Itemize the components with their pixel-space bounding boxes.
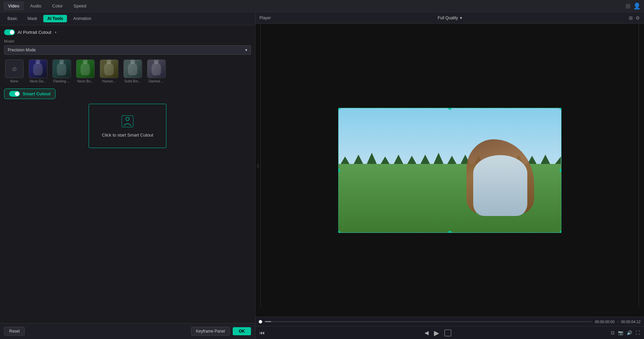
person-body	[473, 155, 527, 216]
effect-solid[interactable]: Solid Bor...	[122, 59, 143, 83]
preview-left-ruler: 768	[255, 24, 261, 307]
jump-back-button[interactable]: ⏮	[259, 330, 265, 336]
smart-cutout-box[interactable]: Click to start Smart Cutout	[89, 104, 166, 148]
player-quality-label: Full Quality	[438, 16, 458, 20]
ai-portrait-toggle[interactable]	[4, 29, 15, 35]
video-preview: 768	[255, 24, 644, 317]
effect-none[interactable]: ⊘ None	[4, 59, 24, 83]
smart-cutout-button[interactable]: Smart Cutout	[4, 89, 55, 99]
player-title: Player	[259, 16, 271, 20]
left-ruler-label: 768	[256, 163, 259, 168]
player-header: Player Full Quality ▾ ⊞ ⚙	[255, 12, 644, 24]
effect-human[interactable]: Human...	[99, 59, 119, 83]
sub-tab-animation[interactable]: Animation	[69, 15, 95, 22]
tab-color[interactable]: Color	[47, 1, 67, 10]
none-icon: ⊘	[12, 65, 17, 73]
effect-solid-label: Solid Bor...	[122, 79, 143, 83]
time-separator: /	[617, 320, 618, 324]
fullscreen-ctrl-icon[interactable]: ⛶	[636, 330, 640, 335]
player-controls: ⏮ ◀ ▶ ⊡ 📷 🔊 ⛶	[255, 326, 644, 339]
ai-portrait-label: AI Portrait Cutout	[18, 30, 51, 35]
dashed-person-shape	[152, 63, 161, 75]
player-progress-bar: 00:00:00:00 / 00:00:04:12	[255, 317, 644, 326]
progress-fill	[265, 321, 271, 322]
top-tab-bar: Video Audio Color Speed ⊞ 👤	[0, 0, 644, 12]
player-icon-group: ⊞ ⚙	[629, 15, 640, 21]
crop-ctrl-icon[interactable]: ⊡	[611, 330, 615, 335]
playhead-dot[interactable]	[259, 320, 262, 323]
solid-person-shape	[128, 63, 137, 75]
effects-grid: ⊘ None Neon Da... Flashing ...	[4, 59, 251, 83]
effect-dashed-label: Dashed ...	[146, 79, 166, 83]
sub-tab-aitools[interactable]: AI Tools	[43, 15, 67, 22]
progress-track[interactable]	[265, 321, 592, 322]
sub-tab-basic[interactable]: Basic	[3, 15, 21, 22]
ok-button[interactable]: OK	[233, 327, 251, 335]
smart-cutout-toggle	[9, 91, 20, 97]
preview-right-ruler	[639, 24, 644, 307]
bottom-right-buttons: Keyframe Panel OK	[191, 327, 251, 336]
play-button[interactable]: ▶	[434, 329, 439, 337]
svg-point-1	[126, 117, 129, 121]
smart-cutout-click-text: Click to start Smart Cutout	[102, 132, 153, 138]
step-back-button[interactable]: ◀	[424, 330, 429, 336]
quality-chevron-icon: ▾	[460, 16, 462, 20]
stop-button[interactable]	[444, 330, 451, 336]
current-time: 00:00:00:00	[595, 320, 615, 324]
total-time: 00:00:04:12	[621, 320, 641, 324]
effect-neon-dark-label: Neon Da...	[28, 79, 48, 83]
layout-icon[interactable]: ⊞	[625, 2, 630, 10]
human-person-shape	[104, 63, 114, 75]
tab-speed[interactable]: Speed	[69, 1, 91, 10]
volume-icon[interactable]: 🔊	[627, 330, 632, 335]
effect-none-label: None	[4, 79, 24, 83]
settings-icon[interactable]: ⚙	[636, 15, 640, 21]
reset-button[interactable]: Reset	[4, 327, 25, 336]
effect-neon-dark[interactable]: Neon Da...	[28, 59, 48, 83]
model-chevron-icon: ▾	[245, 48, 247, 52]
smart-cutout-label: Smart Cutout	[23, 91, 50, 96]
model-select[interactable]: Precision Mode ▾	[4, 45, 251, 55]
effect-neon-be[interactable]: Neon Bo...	[75, 59, 95, 83]
screenshot-icon[interactable]: 📷	[618, 330, 623, 335]
neonbe-person-shape	[80, 63, 90, 75]
model-label: Model	[4, 39, 251, 43]
effect-flash-label: Flashing ...	[51, 79, 72, 83]
neon-person-shape	[33, 63, 43, 75]
keyframe-panel-button[interactable]: Keyframe Panel	[191, 327, 230, 336]
flash-person-shape	[57, 63, 66, 75]
player-quality-selector[interactable]: Full Quality ▾	[438, 16, 462, 20]
panel-bottom-bar: Reset Keyframe Panel OK	[0, 323, 255, 339]
sub-tab-mask[interactable]: Mask	[23, 15, 41, 22]
video-frame-image	[338, 108, 561, 233]
corner-mb	[448, 231, 452, 233]
smart-cutout-row: Smart Cutout	[4, 89, 251, 99]
fullscreen-icon[interactable]: ⊞	[629, 15, 633, 21]
sub-tab-bar: Basic Mask AI Tools Animation	[0, 12, 255, 25]
ai-portrait-dropdown-icon[interactable]: ▾	[55, 30, 56, 34]
effect-neon-be-label: Neon Bo...	[75, 79, 95, 83]
tab-video[interactable]: Video	[3, 1, 24, 10]
panel-content: AI Portrait Cutout ▾ Model Precision Mod…	[0, 25, 255, 323]
ai-portrait-toggle-row: AI Portrait Cutout ▾	[4, 29, 251, 35]
cutout-person-icon	[120, 114, 135, 128]
effect-dashed[interactable]: Dashed ...	[146, 59, 166, 83]
effect-human-label: Human...	[99, 79, 119, 83]
profile-icon[interactable]: 👤	[633, 2, 641, 10]
tab-audio[interactable]: Audio	[25, 1, 46, 10]
effect-flash[interactable]: Flashing ...	[51, 59, 72, 83]
corner-mr	[559, 169, 561, 172]
player-right-controls: ⊡ 📷 🔊 ⛶	[611, 330, 644, 335]
